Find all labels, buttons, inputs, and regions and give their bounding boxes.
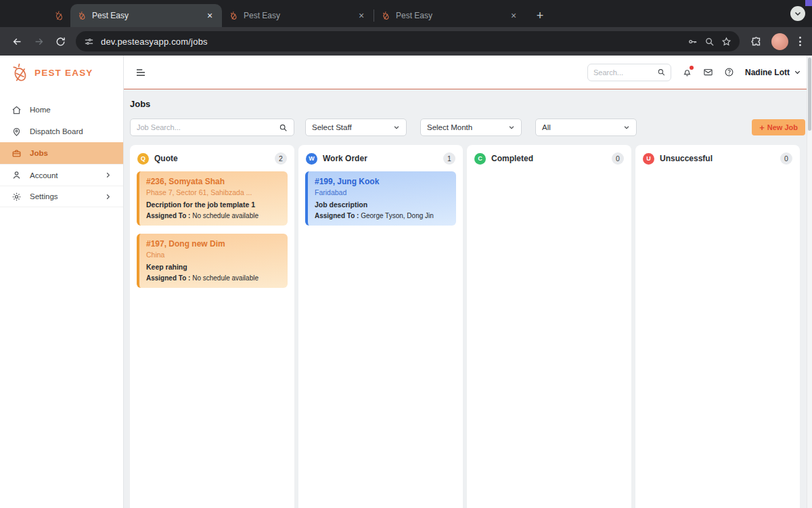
user-icon [12, 170, 22, 180]
profile-avatar[interactable] [771, 33, 788, 50]
assigned-label: Assigned To : [146, 274, 190, 282]
job-card-location: China [146, 251, 281, 259]
column-count-badge: 1 [443, 152, 455, 165]
job-card[interactable]: #197, Dong new Dim China Keep rahing Ass… [137, 234, 288, 288]
forward-button[interactable] [28, 31, 49, 51]
board-column-work-order: W Work Order 1 #199, Jung Kook Faridabad… [298, 145, 463, 508]
app-header: Nadine Lott [124, 56, 812, 89]
tab-title: Pest Easy [92, 11, 199, 20]
tab-search-button[interactable] [790, 6, 805, 21]
new-tab-button[interactable]: + [531, 7, 549, 24]
page-title: Jobs [130, 99, 805, 109]
address-bar[interactable]: dev.pesteasyapp.com/jobs [76, 31, 740, 51]
job-card-title: #197, Dong new Dim [146, 239, 281, 249]
assigned-value: George Tyson, Dong Jin [361, 212, 434, 219]
pest-easy-favicon [229, 11, 238, 20]
sidebar-item-settings[interactable]: Settings [0, 186, 123, 207]
tab-title: Pest Easy [244, 11, 351, 20]
corner-indicator [805, 0, 812, 6]
column-title: Quote [154, 154, 269, 163]
staff-filter-select[interactable]: Select Staff [305, 119, 407, 136]
sidebar-item-jobs[interactable]: Jobs [0, 142, 123, 164]
back-button[interactable] [7, 31, 27, 51]
page-content: Jobs Select Staff Select Month [124, 89, 812, 508]
brand: PEST EASY [0, 56, 123, 89]
site-info-icon[interactable] [84, 37, 94, 47]
month-filter-value: Select Month [427, 123, 472, 131]
back-icon [12, 36, 23, 47]
plus-icon: + [759, 123, 765, 133]
kanban-board: Q Quote 2 #236, Somyata Shah Phase 7, Se… [130, 145, 805, 508]
status-filter-select[interactable]: All [535, 119, 637, 136]
pinned-tab[interactable] [47, 4, 70, 27]
refresh-button[interactable] [50, 31, 70, 51]
job-card-location: Faridabad [315, 188, 449, 196]
job-card[interactable]: #199, Jung Kook Faridabad Job descriptio… [305, 171, 456, 226]
lens-search-icon[interactable] [704, 37, 715, 47]
briefcase-icon [12, 148, 22, 158]
forward-icon [33, 36, 45, 47]
assigned-label: Assigned To : [315, 212, 359, 219]
chevron-down-icon [794, 9, 802, 18]
search-icon[interactable] [279, 123, 288, 132]
search-icon[interactable] [657, 67, 665, 77]
map-pin-icon [12, 127, 22, 137]
job-card-description: Job description [315, 200, 449, 209]
job-card[interactable]: #236, Somyata Shah Phase 7, Sector 61, S… [137, 171, 288, 226]
job-search-input[interactable] [137, 123, 275, 131]
pest-easy-favicon [53, 10, 64, 21]
board-column-quote: Q Quote 2 #236, Somyata Shah Phase 7, Se… [130, 145, 294, 508]
sidebar-item-label: Jobs [30, 149, 48, 157]
close-icon[interactable]: × [204, 10, 215, 21]
browser-tab-active[interactable]: Pest Easy × [70, 4, 222, 27]
bookmark-star-icon[interactable] [721, 37, 731, 47]
password-key-icon[interactable] [687, 37, 698, 47]
job-search-box[interactable] [130, 119, 294, 136]
user-name: Nadine Lott [745, 68, 790, 77]
status-filter-value: All [542, 123, 551, 131]
global-search-input[interactable] [593, 68, 653, 77]
assigned-label: Assigned To : [146, 212, 190, 219]
notifications-button[interactable] [682, 67, 692, 77]
work-order-status-icon: W [306, 153, 317, 165]
column-header: W Work Order 1 [305, 151, 456, 171]
browser-tab[interactable]: Pest Easy × [222, 4, 374, 27]
close-icon[interactable]: × [508, 10, 519, 21]
messages-button[interactable] [703, 67, 713, 77]
scrollbar-thumb[interactable] [808, 58, 811, 131]
url-text: dev.pesteasyapp.com/jobs [101, 37, 681, 47]
filter-bar: Select Staff Select Month All + New Job [130, 119, 805, 136]
chevron-right-icon [104, 171, 112, 179]
new-job-button[interactable]: + New Job [752, 119, 805, 135]
month-filter-select[interactable]: Select Month [420, 119, 522, 136]
brand-name: PEST EASY [35, 68, 93, 78]
sidebar-nav: Home Dispatch Board Jobs Account [0, 99, 123, 207]
chevron-down-icon [794, 68, 801, 76]
pest-easy-favicon [381, 11, 390, 20]
sidebar-item-label: Home [30, 106, 51, 114]
sidebar-item-dispatch-board[interactable]: Dispatch Board [0, 121, 123, 142]
help-button[interactable] [724, 67, 734, 77]
sidebar-item-account[interactable]: Account [0, 164, 123, 186]
sidebar-item-label: Dispatch Board [30, 127, 83, 135]
mail-icon [703, 67, 713, 77]
sidebar-item-home[interactable]: Home [0, 99, 123, 121]
browser-menu-icon[interactable] [795, 33, 805, 50]
job-card-assigned: Assigned To : No schedule available [146, 274, 281, 282]
user-menu[interactable]: Nadine Lott [745, 68, 801, 77]
job-card-title: #199, Jung Kook [315, 177, 449, 186]
column-title: Work Order [323, 154, 438, 163]
sidebar-toggle-icon[interactable] [135, 66, 147, 79]
global-search-box[interactable] [587, 64, 671, 81]
column-count-badge: 0 [780, 152, 792, 165]
column-title: Completed [491, 154, 606, 163]
close-icon[interactable]: × [356, 10, 367, 21]
column-header: U Unsuccessful 0 [642, 151, 793, 171]
column-header: C Completed 0 [474, 151, 625, 171]
pest-easy-logo-icon [9, 62, 30, 83]
chevron-down-icon [508, 124, 515, 131]
extensions-icon[interactable] [750, 36, 762, 47]
browser-tab[interactable]: Pest Easy × [374, 4, 526, 27]
browser-window: Pest Easy × Pest Easy × Pest Easy × + [0, 0, 812, 508]
page-scrollbar[interactable] [807, 56, 812, 508]
